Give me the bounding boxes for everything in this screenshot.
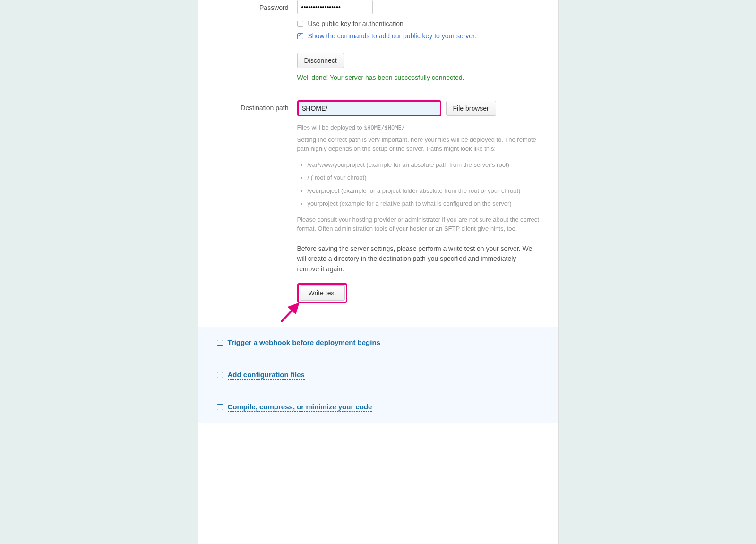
write-test-intro: Before saving the server settings, pleas… <box>297 244 540 275</box>
password-field-col: Use public key for authentication Show t… <box>297 0 544 81</box>
accordion-checkbox[interactable] <box>217 340 223 346</box>
show-commands-row: Show the commands to add our public key … <box>297 32 540 40</box>
show-commands-toggle-icon[interactable] <box>297 33 303 39</box>
write-test-button[interactable]: Write test <box>300 285 345 301</box>
file-browser-button[interactable]: File browser <box>446 101 496 116</box>
connection-success-message: Well done! Your server has been successf… <box>297 74 540 81</box>
accordion-title[interactable]: Add configuration files <box>228 371 305 380</box>
deploy-hint-path: $HOME/$HOME/ <box>364 124 405 131</box>
accordion-item-compile[interactable]: Compile, compress, or minimize your code <box>198 391 558 423</box>
path-example-item: /yourproject (example for a project fold… <box>308 186 540 196</box>
public-key-checkbox-label: Use public key for authentication <box>308 20 404 27</box>
accordion-item-webhook[interactable]: Trigger a webhook before deployment begi… <box>198 327 558 359</box>
path-explanation: Setting the correct path is very importa… <box>297 135 540 154</box>
accordion-title[interactable]: Compile, compress, or minimize your code <box>228 403 372 412</box>
path-examples-list: /var/www/yourproject (example for an abs… <box>308 160 540 208</box>
destination-path-input[interactable] <box>297 100 441 116</box>
svg-line-0 <box>281 304 298 322</box>
path-example-item: /var/www/yourproject (example for an abs… <box>308 160 540 170</box>
disconnect-button[interactable]: Disconnect <box>297 53 344 68</box>
path-examples: /var/www/yourproject (example for an abs… <box>297 160 540 208</box>
password-input[interactable] <box>297 0 373 14</box>
deploy-hint-prefix: Files will be deployed to <box>297 124 364 131</box>
destination-path-label: Destination path <box>212 100 297 112</box>
public-key-checkbox-row: Use public key for authentication <box>297 20 540 27</box>
public-key-checkbox[interactable] <box>297 21 303 27</box>
destination-path-field-col: File browser Files will be deployed to $… <box>297 100 544 303</box>
accordion: Trigger a webhook before deployment begi… <box>198 327 558 423</box>
deploy-path-hint: Files will be deployed to $HOME/$HOME/ <box>297 123 540 132</box>
server-form-section: Password Use public key for authenticati… <box>198 0 558 327</box>
accordion-item-config-files[interactable]: Add configuration files <box>198 359 558 391</box>
path-example-item: yourproject (example for a relative path… <box>308 199 540 208</box>
accordion-checkbox[interactable] <box>217 404 223 410</box>
password-row: Password Use public key for authenticati… <box>212 0 544 81</box>
accordion-title[interactable]: Trigger a webhook before deployment begi… <box>228 338 380 347</box>
destination-input-wrap: File browser <box>297 100 540 116</box>
consult-hint: Please consult your hosting provider or … <box>297 215 540 233</box>
password-label: Password <box>212 0 297 11</box>
page-container: Password Use public key for authenticati… <box>198 0 559 544</box>
accordion-checkbox[interactable] <box>217 372 223 378</box>
arrow-icon <box>277 297 306 326</box>
show-commands-link[interactable]: Show the commands to add our public key … <box>308 32 476 40</box>
path-example-item: / ( root of your chroot) <box>308 173 540 182</box>
destination-path-row: Destination path File browser Files will… <box>212 100 544 303</box>
disconnect-row: Disconnect <box>297 53 540 68</box>
